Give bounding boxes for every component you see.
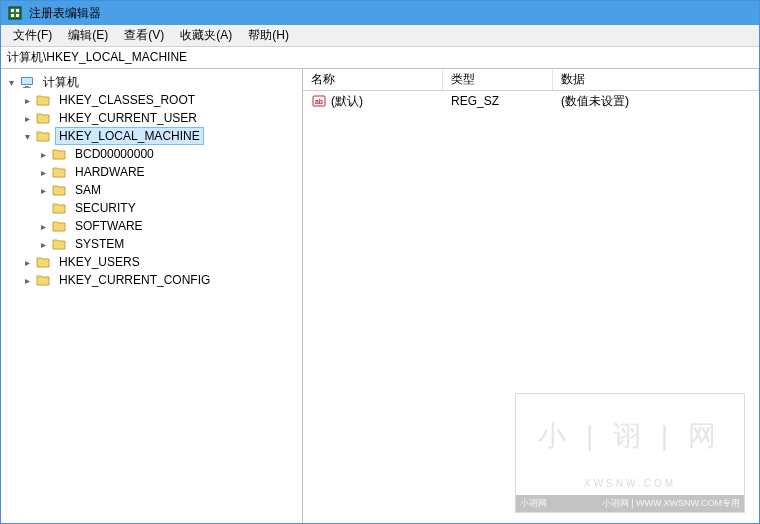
tree-label-computer: 计算机 [39,72,83,93]
string-value-icon: ab [311,93,327,109]
svg-rect-2 [16,9,19,12]
tree-node-security[interactable]: ▸ SECURITY [37,199,302,217]
chevron-right-icon[interactable]: ▸ [37,220,49,232]
chevron-right-icon[interactable]: ▸ [21,94,33,106]
value-name: (默认) [331,93,363,110]
chevron-right-icon[interactable]: ▸ [37,238,49,250]
menu-view[interactable]: 查看(V) [116,25,172,46]
folder-icon [51,146,67,162]
tree-label: SECURITY [71,199,140,217]
list-body: ab (默认) REG_SZ (数值未设置) [303,91,759,111]
svg-rect-6 [22,78,32,84]
values-pane[interactable]: 名称 类型 数据 ab (默认) REG_SZ (数值未设置) [303,69,759,523]
chevron-down-icon[interactable]: ▾ [5,76,17,88]
window-title: 注册表编辑器 [29,5,101,22]
list-header: 名称 类型 数据 [303,69,759,91]
svg-rect-7 [25,86,29,87]
registry-tree: ▾ 计算机 ▸ HKEY_CLASSES_ROOT [3,73,302,289]
svg-text:ab: ab [315,98,323,105]
menubar: 文件(F) 编辑(E) 查看(V) 收藏夹(A) 帮助(H) [1,25,759,47]
value-type: REG_SZ [443,94,553,108]
chevron-right-icon[interactable]: ▸ [37,166,49,178]
menu-help[interactable]: 帮助(H) [240,25,297,46]
tree-node-hkcc[interactable]: ▸ HKEY_CURRENT_CONFIG [21,271,302,289]
folder-icon [35,272,51,288]
tree-node-software[interactable]: ▸ SOFTWARE [37,217,302,235]
chevron-right-icon[interactable]: ▸ [21,256,33,268]
titlebar[interactable]: 注册表编辑器 [1,1,759,25]
address-bar[interactable]: 计算机\HKEY_LOCAL_MACHINE [1,47,759,69]
tree-node-hardware[interactable]: ▸ HARDWARE [37,163,302,181]
chevron-right-icon[interactable]: ▸ [21,274,33,286]
svg-rect-4 [16,14,19,17]
tree-pane[interactable]: ▾ 计算机 ▸ HKEY_CLASSES_ROOT [1,69,303,523]
tree-label: BCD00000000 [71,145,158,163]
tree-label: HKEY_CLASSES_ROOT [55,91,199,109]
menu-edit[interactable]: 编辑(E) [60,25,116,46]
tree-label: SOFTWARE [71,217,147,235]
folder-icon [51,218,67,234]
tree-node-hklm[interactable]: ▾ HKEY_LOCAL_MACHINE [21,127,302,145]
tree-label-selected: HKEY_LOCAL_MACHINE [55,127,204,145]
folder-icon [51,236,67,252]
tree-label: HKEY_USERS [55,253,144,271]
tree-label: SAM [71,181,105,199]
chevron-right-icon[interactable]: ▸ [37,148,49,160]
folder-icon [35,128,51,144]
app-icon [7,5,23,21]
svg-rect-1 [11,9,14,12]
menu-file[interactable]: 文件(F) [5,25,60,46]
tree-node-system[interactable]: ▸ SYSTEM [37,235,302,253]
registry-editor-window: 注册表编辑器 文件(F) 编辑(E) 查看(V) 收藏夹(A) 帮助(H) 计算… [0,0,760,524]
address-path: 计算机\HKEY_LOCAL_MACHINE [7,49,187,66]
col-header-name[interactable]: 名称 [303,69,443,90]
computer-icon [19,74,35,90]
chevron-right-icon[interactable]: ▸ [37,184,49,196]
tree-label: HARDWARE [71,163,149,181]
list-row[interactable]: ab (默认) REG_SZ (数值未设置) [303,91,759,111]
chevron-right-icon[interactable]: ▸ [21,112,33,124]
folder-icon [51,164,67,180]
tree-node-sam[interactable]: ▸ SAM [37,181,302,199]
folder-icon [35,110,51,126]
folder-icon [35,92,51,108]
tree-node-hkcr[interactable]: ▸ HKEY_CLASSES_ROOT [21,91,302,109]
svg-rect-8 [23,87,31,88]
col-header-type[interactable]: 类型 [443,69,553,90]
tree-node-hku[interactable]: ▸ HKEY_USERS [21,253,302,271]
svg-rect-0 [9,7,21,19]
svg-rect-3 [11,14,14,17]
folder-icon [35,254,51,270]
folder-icon [51,182,67,198]
tree-label: SYSTEM [71,235,128,253]
content-area: ▾ 计算机 ▸ HKEY_CLASSES_ROOT [1,69,759,523]
tree-label: HKEY_CURRENT_USER [55,109,201,127]
tree-node-hkcu[interactable]: ▸ HKEY_CURRENT_USER [21,109,302,127]
folder-icon [51,200,67,216]
tree-node-bcd[interactable]: ▸ BCD00000000 [37,145,302,163]
value-data: (数值未设置) [553,93,759,110]
tree-node-computer[interactable]: ▾ 计算机 [5,73,302,91]
tree-label: HKEY_CURRENT_CONFIG [55,271,214,289]
chevron-down-icon[interactable]: ▾ [21,130,33,142]
col-header-data[interactable]: 数据 [553,69,759,90]
menu-favorites[interactable]: 收藏夹(A) [172,25,240,46]
